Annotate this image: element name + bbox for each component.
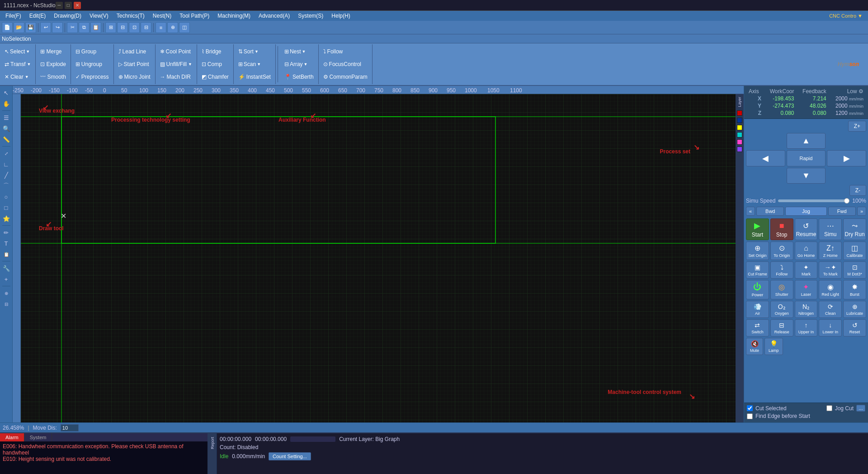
start-btn[interactable]: ▶ Start [746,218,769,240]
menu-toolpath[interactable]: Tool Path(P) [176,12,213,20]
canvas-area[interactable]: ✕ View exchang ↙ Processing technology s… [21,94,736,422]
close-btn[interactable]: ✕ [74,2,81,9]
toolbar-paste[interactable]: 📋 [90,22,101,33]
ribbon-focuscontrol-btn[interactable]: ⊙ FocusControl [321,60,364,68]
mdot3-btn[interactable]: ⊡ M Dot3* [843,261,866,279]
switch-btn[interactable]: ⇄ Switch [746,319,769,337]
layer-cyan[interactable] [737,132,742,137]
ribbon-setberth-btn[interactable]: 📍 SetBerth [282,73,316,81]
ribbon-explode-btn[interactable]: ⊡ Explode [38,60,68,68]
ribbon-scan-btn[interactable]: ⊞ Scan ▼ [236,60,264,68]
toolbar-tool7[interactable]: ⊡ [129,22,140,33]
menu-advanced[interactable]: Advanced(A) [255,12,293,20]
jog-cut-cb[interactable] [826,405,832,411]
jog-cut-settings-btn[interactable]: … [856,405,865,412]
menu-nest[interactable]: Nest(N) [149,12,175,20]
tool-arc[interactable]: ⌒ [1,181,11,191]
shutter-btn[interactable]: ◎ Shutter [770,280,793,299]
tool-select[interactable]: ↖ [1,88,11,98]
layer-yellow[interactable] [737,125,742,130]
lowerin-btn[interactable]: ↓ Lower In [819,319,842,337]
dbl-left-btn[interactable]: « [746,207,755,216]
power-btn[interactable]: ⏻ Power [746,280,769,299]
ribbon-bridge-btn[interactable]: ⌇ Bridge [199,47,224,56]
zhome-btn[interactable]: Z↑ Z Home [819,242,842,260]
simu-btn[interactable]: ⋯ Simu [819,218,842,240]
tool-pen[interactable]: ✏ [1,228,11,237]
ribbon-sort-btn[interactable]: ⇅ Sort ▼ [236,47,261,56]
ribbon-startpoint-btn[interactable]: ▷ Start Point [116,60,152,68]
toolbar-cut[interactable]: ✂ [67,22,78,33]
setorigin-btn[interactable]: ⊕ Set Origin [746,242,769,260]
tool-circle[interactable]: ○ [1,192,11,202]
ribbon-commonparam-btn[interactable]: ⚙ CommonParam [321,73,370,81]
fwd-btn[interactable]: Fwd [828,207,856,216]
calibrate-btn[interactable]: ◫ Calibrate [843,242,866,260]
toolbar-redo[interactable]: ↪ [52,22,63,33]
tool-settings2[interactable]: 🔧 [1,263,11,273]
menu-technics[interactable]: Technics(T) [113,12,148,20]
find-edge-cb[interactable] [747,413,753,419]
z-minus-btn[interactable]: Z- [849,185,866,196]
toolbar-tool11[interactable]: ◫ [179,22,190,33]
menu-file[interactable]: File(F) [2,12,25,20]
ribbon-leadline-btn[interactable]: ⤴ Lead Line [116,47,149,56]
ribbon-instantset-btn[interactable]: ⚡ InstantSet [236,73,274,81]
simu-slider[interactable] [778,199,849,202]
tool-line[interactable]: ⤢ [1,148,11,158]
redlight-btn[interactable]: ◉ Red Light [819,280,842,299]
left-btn[interactable]: ◀ [746,150,785,166]
release-btn[interactable]: ⊟ Release [770,319,793,337]
nitrogen-btn[interactable]: N₂ Nitrogen [795,301,818,318]
menu-machining[interactable]: Machining(M) [214,12,254,20]
ribbon-select-btn[interactable]: ↖ Select ▼ [2,47,33,56]
toolbar-tool10[interactable]: ⊕ [167,22,178,33]
right-btn[interactable]: ▶ [827,150,866,166]
toolbar-tool8[interactable]: ⊟ [141,22,151,33]
ribbon-array-btn[interactable]: ⊟ Array ▼ [282,60,311,68]
menu-system[interactable]: System(S) [294,12,327,20]
lamp-btn[interactable]: 💡 Lamp [764,338,783,355]
clean-btn[interactable]: ⟳ Clean [819,301,842,318]
follow2-btn[interactable]: ⤵ Follow [770,261,793,279]
down-btn[interactable]: ▼ [787,168,826,184]
z-plus-btn[interactable]: Z+ [848,121,866,132]
dryrun-btn[interactable]: ⤳ Dry Run [843,218,866,240]
tool-zoom[interactable]: 🔍 [1,123,11,133]
system-tab[interactable]: System [24,433,52,441]
toolbar-open[interactable]: 📂 [14,22,24,33]
layer-darkblue[interactable] [737,118,742,123]
menu-help[interactable]: Help(H) [328,12,354,20]
tool-layers[interactable]: ☰ [1,113,11,123]
cut-selected-cb[interactable] [747,405,753,411]
tomark-btn[interactable]: →✦ To Mark [819,261,842,279]
tool-text[interactable]: T [1,238,11,248]
toolbar-undo[interactable]: ↩ [40,22,51,33]
ribbon-follow-btn[interactable]: ⤵ Follow [321,47,346,56]
laser-btn[interactable]: ✦ Laser [795,280,818,299]
tool-measure[interactable]: 📏 [1,134,11,144]
resume-btn[interactable]: ↺ Resume [795,218,818,240]
toolbar-new[interactable]: 📄 [2,22,13,33]
toolbar-tool6[interactable]: ⊟ [117,22,128,33]
rapid-btn[interactable]: Rapid [787,150,826,166]
dbl-right-btn[interactable]: » [857,207,866,216]
tool-rect[interactable]: □ [1,203,11,213]
ribbon-ungroup-btn[interactable]: ⊞ Ungroup [73,60,105,68]
tool-clipboard[interactable]: 📋 [1,249,11,259]
ribbon-unfillfill-btn[interactable]: ▨ Unfill/Fill ▼ [157,60,195,68]
tool-diagonal[interactable]: ╱ [1,170,11,180]
mute-btn[interactable]: 🔇 Mute [746,338,763,355]
ribbon-coolpoint-btn[interactable]: ❄ Cool Point [157,47,193,56]
ribbon-comp-btn[interactable]: ⊡ Comp [199,60,225,68]
ribbon-microjoint-btn[interactable]: ⊕ Micro Joint [116,73,153,81]
mark-btn[interactable]: ✦ Mark [795,261,818,279]
ribbon-machdir-btn[interactable]: → Mach DIR [157,73,193,81]
maximize-btn[interactable]: □ [65,2,72,9]
menu-drawing[interactable]: Drawing(D) [50,12,85,20]
menu-edit[interactable]: Edit(E) [26,12,50,20]
toorigin-btn[interactable]: ⊙ To Origin [770,242,793,260]
toolbar-tool5[interactable]: ⊞ [105,22,116,33]
ribbon-transf-btn[interactable]: ⇄ Transf ▼ [2,60,33,68]
stop-btn[interactable]: ■ Stop [770,218,793,240]
